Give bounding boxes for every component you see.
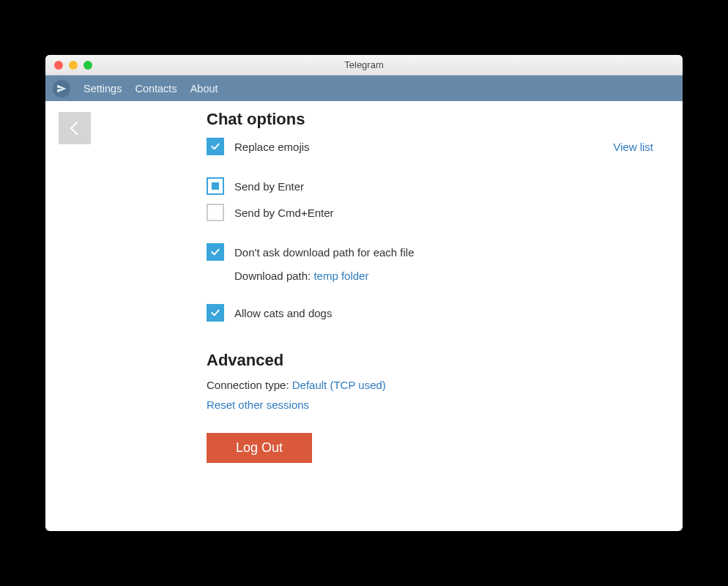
check-icon bbox=[209, 307, 221, 319]
replace-emojis-label: Replace emojis bbox=[234, 141, 613, 153]
menu-settings[interactable]: Settings bbox=[83, 83, 122, 94]
chevron-left-icon bbox=[68, 119, 81, 137]
send-by-enter-row: Send by Enter bbox=[207, 177, 653, 195]
menu-contacts[interactable]: Contacts bbox=[135, 83, 177, 94]
connection-type-row: Connection type: Default (TCP used) bbox=[207, 379, 653, 391]
send-by-cmd-enter-radio[interactable] bbox=[207, 204, 224, 221]
maximize-icon[interactable] bbox=[83, 61, 92, 70]
titlebar: Telegram bbox=[45, 55, 683, 75]
send-by-cmd-enter-label: Send by Cmd+Enter bbox=[234, 207, 653, 219]
advanced-heading: Advanced bbox=[207, 351, 653, 370]
replace-emojis-row: Replace emojis View list bbox=[207, 138, 653, 155]
check-icon bbox=[209, 141, 221, 152]
allow-cats-dogs-checkbox[interactable] bbox=[207, 304, 224, 322]
reset-sessions-link[interactable]: Reset other sessions bbox=[207, 398, 309, 411]
minimize-icon[interactable] bbox=[69, 61, 78, 70]
send-by-cmd-enter-row: Send by Cmd+Enter bbox=[207, 204, 653, 221]
allow-cats-dogs-label: Allow cats and dogs bbox=[234, 307, 653, 319]
dont-ask-download-label: Don't ask download path for each file bbox=[234, 246, 653, 259]
app-icon[interactable] bbox=[53, 80, 70, 97]
radio-selected-icon bbox=[212, 182, 219, 190]
settings-panel: Chat options Replace emojis View list Se… bbox=[91, 101, 683, 531]
connection-type-label: Connection type: bbox=[207, 379, 292, 391]
download-path-link[interactable]: temp folder bbox=[313, 270, 368, 282]
send-by-enter-label: Send by Enter bbox=[234, 180, 653, 193]
chat-options-heading: Chat options bbox=[207, 110, 653, 129]
menu-about[interactable]: About bbox=[190, 83, 218, 94]
dont-ask-download-checkbox[interactable] bbox=[207, 243, 224, 261]
check-icon bbox=[209, 246, 221, 258]
download-path-label: Download path: bbox=[234, 270, 313, 282]
logout-button[interactable]: Log Out bbox=[207, 433, 312, 463]
dont-ask-download-row: Don't ask download path for each file bbox=[207, 243, 653, 261]
window-title: Telegram bbox=[45, 59, 683, 70]
view-list-link[interactable]: View list bbox=[613, 141, 653, 153]
content: Chat options Replace emojis View list Se… bbox=[45, 101, 683, 531]
reset-sessions-row: Reset other sessions bbox=[207, 398, 653, 411]
allow-cats-dogs-row: Allow cats and dogs bbox=[207, 304, 653, 322]
close-icon[interactable] bbox=[54, 61, 63, 70]
traffic-lights bbox=[45, 61, 92, 70]
download-path-row: Download path: temp folder bbox=[234, 270, 653, 282]
send-by-enter-radio[interactable] bbox=[207, 177, 224, 195]
back-button[interactable] bbox=[59, 112, 91, 144]
replace-emojis-checkbox[interactable] bbox=[207, 138, 224, 155]
paper-plane-icon bbox=[56, 84, 67, 94]
menubar: Settings Contacts About bbox=[45, 75, 683, 101]
app-window: Telegram Settings Contacts About Chat op… bbox=[45, 55, 683, 531]
connection-type-link[interactable]: Default (TCP used) bbox=[292, 379, 386, 391]
